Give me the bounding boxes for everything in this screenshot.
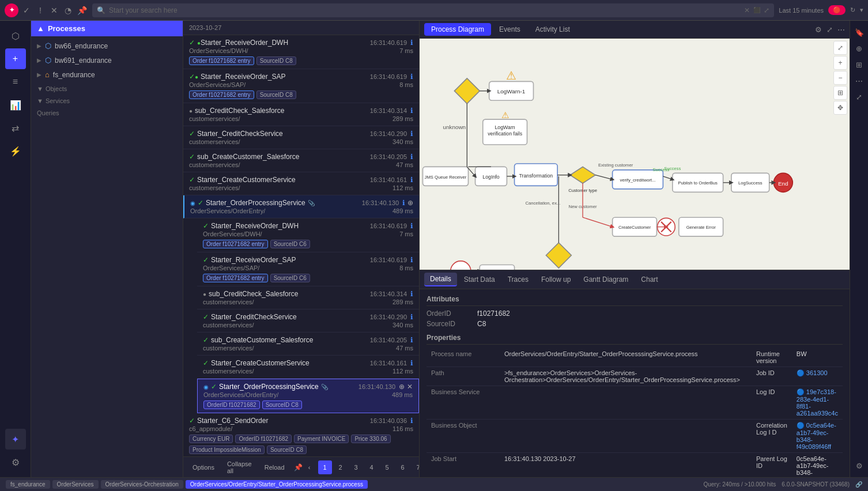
ai-info-0[interactable]: ℹ <box>410 39 413 47</box>
exclaim-tab-icon[interactable]: ! <box>35 5 46 16</box>
sidebar-icon-plus[interactable]: ✦ <box>5 429 26 450</box>
correlation-id-link[interactable]: 🔵 0c5ea64e-a1b7-49ec-b348-f49c089f46ff <box>797 422 836 450</box>
tree-section-services[interactable]: ▼ Services <box>31 94 183 106</box>
diagram-expand-icon[interactable]: ⤢ <box>827 25 833 34</box>
sub-activity-0[interactable]: ✓ Starter_ReceiveOrder_DWH 16:31:40.619 … <box>197 218 419 252</box>
page-1-button[interactable]: 1 <box>318 460 332 474</box>
grid-button[interactable]: ⊞ <box>833 86 847 100</box>
rs-bookmark-icon[interactable]: 🔖 <box>852 25 866 39</box>
activity-item-4[interactable]: ✓ sub_CreateCustomer_Salesforce 16:31:40… <box>183 149 419 172</box>
tab-events[interactable]: Events <box>492 23 527 36</box>
tree-section-objects[interactable]: ▼ Objects <box>31 82 183 94</box>
sub-activity-5[interactable]: ✓ Starter_CreateCustomerService 16:31:40… <box>197 356 419 379</box>
sub-activity-4[interactable]: ✓ sub_CreateCustomer_Salesforce 16:31:40… <box>197 333 419 356</box>
ai-sync-6[interactable]: ⊕ <box>407 199 413 207</box>
sub-info-0[interactable]: ℹ <box>410 222 413 230</box>
sidebar-icon-chart[interactable]: 📊 <box>5 95 26 115</box>
det-tab-startdata[interactable]: Start Data <box>458 273 501 286</box>
activity-item-0[interactable]: ✓ ● Starter_ReceiveOrder_DWH 16:31:40.61… <box>183 35 419 69</box>
ai-info-4[interactable]: ℹ <box>410 153 413 161</box>
sub-close-6[interactable]: ✕ <box>407 383 413 391</box>
diagram-settings-icon[interactable]: ⚙ <box>815 25 822 34</box>
rs-grid-icon[interactable]: ⋯ <box>852 74 866 88</box>
page-2-button[interactable]: 2 <box>334 460 348 474</box>
options-button[interactable]: Options <box>189 462 218 473</box>
page-4-button[interactable]: 4 <box>365 460 379 474</box>
catch-node[interactable] <box>451 261 471 270</box>
sidebar-icon-flow[interactable]: ⇄ <box>5 118 26 138</box>
rs-collapse-icon[interactable]: ⊞ <box>852 58 866 71</box>
app-logo[interactable]: ✦ <box>5 3 18 17</box>
activity-item-1[interactable]: ✓ ● Starter_ReceiveOrder_SAP 16:31:40.61… <box>183 69 419 103</box>
zoom-in-button[interactable]: + <box>833 56 847 70</box>
pan-button[interactable]: ✥ <box>833 101 847 115</box>
zoom-fit-button[interactable]: ⤢ <box>833 41 847 55</box>
bc-tab-2[interactable]: OrderServices-Orchestration <box>101 480 183 489</box>
clock-tab-icon[interactable]: ◔ <box>62 5 74 16</box>
det-tab-traces[interactable]: Traces <box>502 273 534 286</box>
collapse-all-button[interactable]: Collapse all <box>224 459 255 476</box>
send-info-1[interactable]: ℹ <box>410 417 413 425</box>
sub-info-1[interactable]: ℹ <box>410 256 413 264</box>
det-tab-chart[interactable]: Chart <box>635 273 663 286</box>
ai-info-2[interactable]: ℹ <box>410 107 413 115</box>
ai-info-3[interactable]: ℹ <box>410 130 413 138</box>
sub-info-5[interactable]: ℹ <box>410 359 413 367</box>
search-expand-icon[interactable]: ⤢ <box>764 6 769 14</box>
dropdown-icon[interactable]: ▾ <box>860 6 863 14</box>
reload-button[interactable]: Reload <box>261 462 288 473</box>
close-tab-icon[interactable]: ✕ <box>48 5 60 16</box>
job-id-link[interactable]: 🔵 361300 <box>797 369 828 376</box>
sidebar-icon-home[interactable]: ⬡ <box>5 25 26 46</box>
page-3-button[interactable]: 3 <box>349 460 363 474</box>
det-tab-details[interactable]: Details <box>424 273 457 286</box>
bc-tab-3[interactable]: OrderServices/OrderEntry/Starter_OrderPr… <box>186 480 368 489</box>
sub-info-2[interactable]: ℹ <box>410 290 413 298</box>
sub-activity-2[interactable]: ● sub_CreditCheck_Salesforce 16:31:40.31… <box>197 286 419 309</box>
check-tab-icon[interactable]: ✓ <box>21 5 32 16</box>
status-link-icon[interactable]: 🔗 <box>855 481 862 488</box>
sidebar-icon-settings[interactable]: ⚙ <box>5 452 26 473</box>
diagram-more-icon[interactable]: ⋯ <box>837 25 845 34</box>
det-tab-followup[interactable]: Follow up <box>535 273 576 286</box>
sidebar-icon-processes[interactable]: + <box>5 48 26 69</box>
sub-info-3[interactable]: ℹ <box>410 313 413 321</box>
ai-info-5[interactable]: ℹ <box>410 176 413 184</box>
log-id-link[interactable]: 🔵 19e7c318-283e-4ed1-8f81-a261aa939c4c <box>797 388 838 417</box>
rs-settings-icon[interactable]: ⚙ <box>852 459 866 473</box>
process-header[interactable]: ▲ Processes <box>31 21 183 36</box>
ai-info-1[interactable]: ℹ <box>410 73 413 81</box>
activity-item-3[interactable]: ✓ Starter_CreditCheckService 16:31:40.29… <box>183 126 419 149</box>
det-tab-gantt[interactable]: Gantt Diagram <box>578 273 634 286</box>
search-input[interactable] <box>109 6 741 14</box>
search-clear-icon[interactable]: ✕ <box>744 6 750 14</box>
time-badge[interactable]: 🔴 <box>828 5 846 15</box>
bc-tab-1[interactable]: OrderServices <box>52 480 99 489</box>
sub-info-4[interactable]: ℹ <box>410 336 413 344</box>
tab-process-diagram[interactable]: Process Diagram <box>424 23 491 36</box>
sub-activity-1[interactable]: ✓ Starter_ReceiveOrder_SAP 16:31:40.619 … <box>197 252 419 286</box>
activity-item-6-parent[interactable]: ◉ ✓ Starter_OrderProcessingService 📎 16:… <box>183 195 419 218</box>
tree-item-fs[interactable]: ▶ ⌂ fs_endurance <box>31 67 183 82</box>
prev-page-button[interactable]: ‹ <box>303 460 316 474</box>
activity-item-2[interactable]: ● sub_CreditCheck_Salesforce 16:31:40.31… <box>183 103 419 126</box>
tree-item-bw66[interactable]: ▶ ⬡ bw66_endurance <box>31 39 183 53</box>
activity-item-5[interactable]: ✓ Starter_CreateCustomerService 16:31:40… <box>183 172 419 195</box>
page-7-button[interactable]: 7 <box>412 460 420 474</box>
tab-activity-list[interactable]: Activity List <box>529 23 577 36</box>
tree-section-queries[interactable]: Queries <box>31 106 183 118</box>
sidebar-icon-list[interactable]: ≡ <box>5 71 26 92</box>
activity-send-1[interactable]: ✓ Starter_C6_SendOrder 16:31:40.036 ℹ c6… <box>183 413 419 456</box>
logerror-node[interactable] <box>480 265 514 270</box>
search-options-icon[interactable]: ⬛ <box>753 7 760 13</box>
bc-tab-0[interactable]: fs_endurance <box>6 480 50 489</box>
start-node[interactable] <box>454 78 480 104</box>
sub-sync-6[interactable]: ⊕ <box>399 383 405 391</box>
pin-tab-icon[interactable]: 📌 <box>76 5 88 16</box>
sub-activity-3[interactable]: ✓ Starter_CreditCheckService 16:31:40.29… <box>197 309 419 333</box>
rs-zoom-icon[interactable]: ⊕ <box>852 41 866 55</box>
sidebar-icon-bolt[interactable]: ⚡ <box>5 141 26 161</box>
ai-info-6[interactable]: ℹ <box>402 199 405 207</box>
tree-item-bw691[interactable]: ▶ ⬡ bw691_endurance <box>31 53 183 67</box>
zoom-out-button[interactable]: − <box>833 71 847 85</box>
